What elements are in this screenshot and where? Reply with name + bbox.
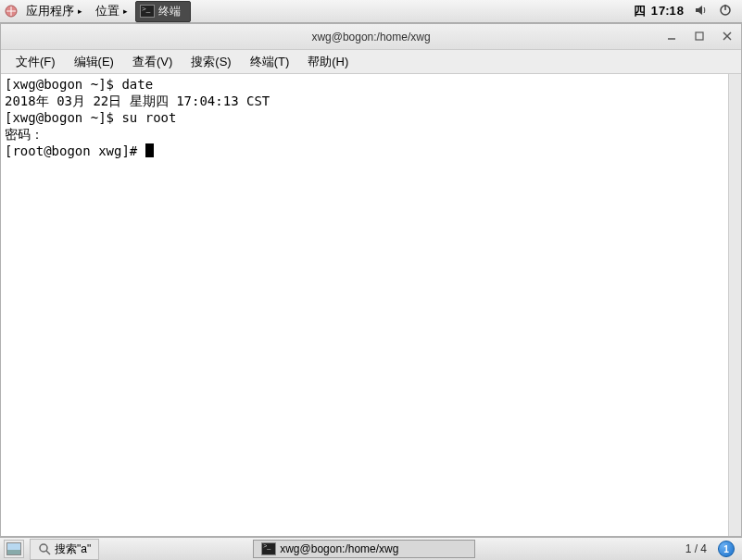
scrollbar[interactable] bbox=[728, 74, 741, 536]
taskbar-app-label: 终端 bbox=[158, 4, 181, 19]
terminal-line: 2018年 03月 22日 星期四 17:04:13 CST bbox=[5, 93, 270, 108]
menu-file[interactable]: 文件(F) bbox=[8, 51, 63, 73]
applications-label: 应用程序 bbox=[26, 3, 74, 19]
svg-rect-4 bbox=[696, 32, 703, 40]
apps-icon bbox=[4, 4, 19, 19]
task-search[interactable]: 搜索"a" bbox=[30, 539, 99, 560]
terminal-line: [root@bogon xwg]# bbox=[5, 143, 145, 158]
terminal-cursor bbox=[145, 143, 154, 157]
terminal-icon bbox=[261, 542, 276, 555]
notification-badge[interactable]: 1 bbox=[718, 541, 735, 557]
desktop-icon bbox=[6, 542, 21, 555]
search-icon bbox=[38, 542, 51, 555]
terminal-line: 密码： bbox=[5, 127, 44, 142]
terminal-body[interactable]: [xwg@bogon ~]$ date 2018年 03月 22日 星期四 17… bbox=[1, 74, 741, 536]
task-terminal-label: xwg@bogon:/home/xwg bbox=[280, 542, 398, 555]
menu-edit[interactable]: 编辑(E) bbox=[67, 51, 121, 73]
bottom-panel: 搜索"a" xwg@bogon:/home/xwg 1 / 4 1 bbox=[0, 537, 742, 560]
chevron-right-icon: ▸ bbox=[123, 6, 128, 16]
maximize-button[interactable] bbox=[691, 28, 708, 44]
svg-line-8 bbox=[46, 551, 50, 554]
window-title: xwg@bogon:/home/xwg bbox=[8, 31, 734, 44]
svg-point-7 bbox=[40, 544, 47, 552]
menubar: 文件(F) 编辑(E) 查看(V) 搜索(S) 终端(T) 帮助(H) bbox=[1, 50, 741, 74]
chevron-right-icon: ▸ bbox=[78, 6, 82, 16]
task-search-label: 搜索"a" bbox=[55, 541, 91, 557]
terminal-line: [xwg@bogon ~]$ date bbox=[5, 77, 153, 92]
menu-search[interactable]: 搜索(S) bbox=[183, 51, 238, 73]
top-panel: 应用程序 ▸ 位置 ▸ 终端 四 17:18 bbox=[0, 0, 742, 23]
volume-icon[interactable] bbox=[694, 3, 709, 20]
places-label: 位置 bbox=[95, 3, 119, 19]
menu-terminal[interactable]: 终端(T) bbox=[243, 51, 297, 73]
menu-view[interactable]: 查看(V) bbox=[125, 51, 180, 73]
terminal-window: xwg@bogon:/home/xwg 文件(F) 编辑(E) 查看(V) 搜索… bbox=[0, 23, 742, 537]
show-desktop-button[interactable] bbox=[4, 540, 24, 558]
workspace-indicator[interactable]: 1 / 4 bbox=[680, 541, 712, 557]
minimize-button[interactable] bbox=[663, 28, 680, 44]
clock-minute: 18 bbox=[670, 4, 685, 18]
task-terminal[interactable]: xwg@bogon:/home/xwg bbox=[253, 540, 475, 558]
window-controls bbox=[663, 28, 736, 44]
close-button[interactable] bbox=[719, 28, 736, 44]
panel-right: 四 17:18 bbox=[634, 3, 738, 20]
menu-help[interactable]: 帮助(H) bbox=[300, 51, 356, 73]
power-icon[interactable] bbox=[718, 3, 733, 20]
clock-day: 四 bbox=[634, 4, 647, 18]
places-menu[interactable]: 位置 ▸ bbox=[90, 1, 133, 21]
titlebar[interactable]: xwg@bogon:/home/xwg bbox=[1, 24, 741, 50]
taskbar-active-app[interactable]: 终端 bbox=[135, 1, 191, 22]
clock-hour: 17 bbox=[651, 4, 666, 18]
clock[interactable]: 四 17:18 bbox=[634, 3, 685, 19]
terminal-icon bbox=[140, 5, 155, 18]
applications-menu[interactable]: 应用程序 ▸ bbox=[20, 1, 88, 21]
panel-left: 应用程序 ▸ 位置 ▸ 终端 bbox=[4, 1, 191, 22]
terminal-line: [xwg@bogon ~]$ su root bbox=[5, 110, 176, 125]
